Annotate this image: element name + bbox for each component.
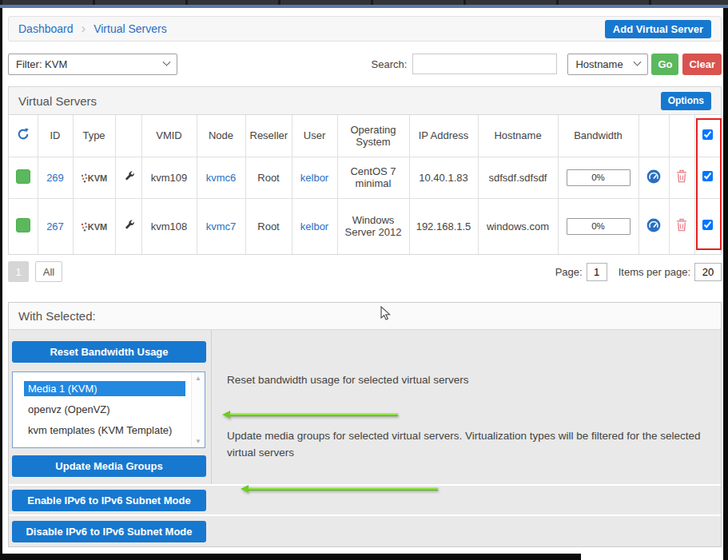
media-group-listbox[interactable]: Media 1 (KVM) openvz (OpenVZ) kvm templa… [12, 371, 205, 448]
vmid-cell: kvm108 [141, 198, 197, 254]
kvm-type-label: KVM [81, 222, 107, 232]
col-header-bandwidth: Bandwidth [558, 115, 638, 157]
col-header-hostname: Hostname [478, 115, 558, 157]
breadcrumb-dashboard-link[interactable]: Dashboard [18, 22, 74, 35]
reseller-cell: Root [245, 198, 292, 254]
items-per-page-input[interactable] [694, 263, 722, 281]
status-online-indicator [16, 169, 30, 184]
hostname-cell: sdfsdf.sdfsdf [478, 157, 558, 198]
breadcrumb: Dashboard › Virtual Servers Add Virtual … [8, 16, 722, 42]
col-header-select [694, 115, 721, 157]
annotation-arrow-listbox [222, 411, 398, 419]
table-row: 269 KVM [9, 157, 721, 198]
chevron-down-icon [634, 58, 642, 66]
with-selected-actions-column: Reset Bandwidth Usage Media 1 (KVM) open… [9, 330, 212, 484]
scroll-down-icon[interactable]: ▼ [195, 438, 201, 445]
disable-ipv6-subnet-button[interactable]: Disable IPv6 to IPv6 Subnet Mode [12, 521, 206, 542]
col-header-manage [115, 115, 141, 157]
window-right-edge [723, 8, 728, 560]
search-field-select[interactable]: Hostname [567, 54, 648, 75]
col-header-id: ID [38, 115, 73, 157]
with-selected-main: Reset Bandwidth Usage Media 1 (KVM) open… [9, 330, 721, 484]
bandwidth-meter: 0% [567, 218, 631, 235]
stats-gauge-icon[interactable] [646, 169, 661, 184]
scroll-up-icon[interactable]: ▲ [195, 375, 201, 382]
type-text: KVM [88, 173, 107, 183]
page-label: Page: [555, 266, 583, 278]
media-group-option[interactable]: openvz (OpenVZ) [24, 402, 185, 417]
node-link[interactable]: kvmc7 [206, 220, 237, 232]
col-header-user: User [292, 115, 337, 157]
delete-trash-icon[interactable] [676, 169, 687, 183]
kvm-logo-icon [81, 222, 88, 232]
window-bottom-edge [0, 554, 581, 560]
search-input[interactable] [412, 54, 557, 74]
row-select-checkbox[interactable] [702, 220, 713, 230]
media-group-option[interactable]: Media 1 (KVM) [24, 381, 185, 396]
app-window: Dashboard › Virtual Servers Add Virtual … [0, 0, 728, 560]
user-link[interactable]: kelbor [300, 220, 328, 232]
col-header-node: Node [197, 115, 245, 157]
vs-id-link[interactable]: 267 [46, 220, 64, 232]
ip-cell: 192.168.1.5 [409, 198, 478, 254]
select-all-checkbox[interactable] [702, 129, 713, 140]
wrench-icon[interactable] [122, 170, 135, 183]
col-header-os: Operating System [337, 115, 409, 157]
chevron-down-icon [163, 58, 171, 66]
toolbar: Filter: KVM Search: Hostname Go Clear [8, 53, 722, 75]
window-left-edge [0, 8, 2, 554]
col-header-reseller: Reseller [245, 115, 292, 157]
status-online-indicator [16, 218, 30, 232]
browser-accent-line [0, 5, 728, 8]
filter-select[interactable]: Filter: KVM [8, 54, 177, 75]
vs-id-link[interactable]: 269 [46, 172, 64, 184]
listbox-scrollbar[interactable]: ▲ ▼ [191, 372, 205, 447]
search-field-value: Hostname [575, 58, 623, 70]
stats-gauge-icon[interactable] [646, 218, 661, 232]
type-text: KVM [88, 222, 107, 232]
wrench-icon[interactable] [122, 219, 135, 232]
media-group-option[interactable]: kvm templates (KVM Template) [24, 423, 185, 438]
kvm-type-label: KVM [81, 173, 107, 183]
virtual-servers-panel: Virtual Servers Options [8, 86, 722, 255]
items-per-page-label: Items per page: [619, 266, 690, 278]
go-button[interactable]: Go [651, 54, 678, 75]
user-link[interactable]: kelbor [300, 172, 328, 184]
update-media-groups-button[interactable]: Update Media Groups [12, 455, 206, 477]
col-header-vmid: VMID [141, 115, 197, 157]
with-selected-title: With Selected: [18, 309, 96, 323]
options-button[interactable]: Options [661, 92, 711, 110]
clear-button[interactable]: Clear [682, 54, 722, 75]
with-selected-panel: With Selected: Reset Bandwidth Usage Med… [8, 302, 722, 547]
hostname-cell: windows.com [478, 198, 558, 254]
breadcrumb-current: Virtual Servers [93, 22, 167, 35]
reset-bandwidth-description: Reset bandwidth usage for selected virtu… [227, 374, 468, 386]
page-1-button[interactable]: 1 [8, 261, 29, 282]
reset-bandwidth-button[interactable]: Reset Bandwidth Usage [12, 341, 206, 363]
page-number-input[interactable] [587, 263, 607, 281]
filter-select-value: Filter: KVM [16, 58, 67, 70]
os-cell: CentOS 7 minimal [337, 157, 409, 198]
enable-ipv6-subnet-button[interactable]: Enable IPv6 to IPv6 Subnet Mode [12, 490, 206, 511]
update-media-description: Update media groups for selected virtual… [227, 427, 718, 461]
row-select-checkbox[interactable] [702, 171, 713, 181]
delete-trash-icon[interactable] [676, 218, 687, 232]
disable-ipv6-row: Disable IPv6 to IPv6 Subnet Mode [9, 514, 721, 546]
arrow-head-icon [241, 485, 249, 493]
pagination-bar: 1 All Page: Items per page: [8, 261, 722, 282]
os-cell: Windows Server 2012 [337, 198, 409, 254]
add-virtual-server-button[interactable]: Add Virtual Server [605, 20, 711, 38]
table-header-row: ID Type VMID Node Reseller User Operatin… [9, 115, 721, 157]
col-header-delete [669, 115, 694, 157]
breadcrumb-separator-icon: › [82, 21, 86, 37]
refresh-icon[interactable] [17, 128, 30, 141]
refresh-header-cell [9, 115, 38, 157]
search-label: Search: [372, 58, 408, 70]
with-selected-header: With Selected: [9, 303, 721, 330]
col-header-ip: IP Address [409, 115, 478, 157]
node-link[interactable]: kvmc6 [206, 172, 237, 184]
page-all-button[interactable]: All [35, 261, 62, 282]
bandwidth-meter: 0% [567, 169, 631, 186]
reseller-cell: Root [245, 157, 292, 198]
arrow-head-icon [222, 411, 230, 419]
